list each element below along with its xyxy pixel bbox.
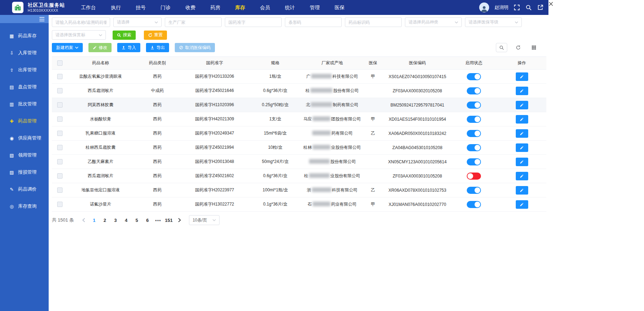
page-button-4[interactable]: 4: [121, 215, 131, 225]
edit-button[interactable]: [516, 101, 528, 109]
modify-button[interactable]: 修改: [88, 43, 112, 52]
enabled-toggle[interactable]: [467, 116, 481, 123]
page-button-1[interactable]: 1: [90, 215, 99, 225]
drug-category-select[interactable]: 请选择药品种类: [405, 17, 462, 27]
insurance-class: 乙: [362, 126, 384, 141]
edit-button[interactable]: [516, 200, 528, 209]
top-nav-item-pharmacy[interactable]: 药房: [203, 0, 228, 15]
insurance-level-select[interactable]: 请选择医保等级: [465, 17, 522, 27]
edit-button[interactable]: [516, 172, 528, 180]
top-nav-item-inventory[interactable]: 库存: [228, 0, 253, 15]
row-checkbox[interactable]: [57, 145, 63, 150]
enabled-toggle[interactable]: [467, 201, 481, 208]
row-checkbox[interactable]: [57, 159, 63, 164]
top-nav-item-member[interactable]: 会员: [253, 0, 277, 15]
row-checkbox[interactable]: [57, 173, 63, 179]
prev-page-button[interactable]: [79, 215, 88, 225]
search-button[interactable]: 搜索: [113, 31, 136, 40]
sidebar-item-drug-management[interactable]: ✚药品管理: [0, 113, 49, 130]
username[interactable]: 赵润明: [494, 4, 508, 11]
sidebar-item-outbound[interactable]: ⇧出库管理: [0, 61, 49, 78]
page-ellipsis[interactable]: •••: [153, 215, 163, 225]
reset-button-label: 重置: [154, 32, 163, 38]
sidebar-item-stock-query[interactable]: ◎库存查询: [0, 198, 49, 215]
reset-button[interactable]: 重置: [144, 31, 167, 40]
approval-number-input[interactable]: [225, 17, 282, 27]
sidebar-item-batch[interactable]: ▥批次管理: [0, 96, 49, 113]
insurance-standard-select[interactable]: 请选择医保贯标: [52, 30, 106, 40]
page-button-2[interactable]: 2: [100, 215, 109, 225]
enabled-toggle[interactable]: [467, 87, 481, 94]
table-search-button[interactable]: [496, 43, 507, 52]
edit-button[interactable]: [516, 158, 528, 166]
cancel-insurance-code-button[interactable]: 取消医保编码: [175, 43, 215, 52]
sidebar-item-price-adjust[interactable]: ✎药品调价: [0, 181, 49, 198]
enabled-toggle[interactable]: [467, 144, 481, 151]
type-select[interactable]: 请选择: [113, 17, 162, 27]
edit-button[interactable]: [516, 115, 528, 124]
enabled-toggle[interactable]: [467, 173, 481, 180]
sidebar-item-inbound[interactable]: ⇩入库管理: [0, 44, 49, 61]
select-all-checkbox[interactable]: [57, 60, 63, 66]
sidebar-item-damage-report[interactable]: ▨报损管理: [0, 164, 49, 181]
manufacturer-blur: [313, 116, 330, 121]
sidebar-collapse-button[interactable]: [0, 15, 49, 23]
row-checkbox[interactable]: [57, 116, 63, 122]
search-icon[interactable]: [525, 4, 532, 11]
enabled-toggle[interactable]: [467, 130, 481, 137]
top-nav-item-management[interactable]: 管理: [302, 0, 327, 15]
drug-name-input[interactable]: [52, 17, 110, 27]
row-checkbox[interactable]: [57, 74, 63, 79]
table-columns-button[interactable]: [529, 43, 539, 52]
sidebar-item-drug-inventory[interactable]: ▦药品库存: [0, 27, 49, 44]
insurance-code: BM25092417295797817041: [384, 98, 450, 112]
top-nav-item-execute[interactable]: 执行: [103, 0, 128, 15]
page-button-6[interactable]: 6: [143, 215, 152, 225]
app-logo[interactable]: [12, 2, 23, 13]
new-archive-button[interactable]: 新建档案: [52, 43, 83, 52]
column-header: 启用状态: [450, 57, 497, 70]
top-nav-item-outpatient[interactable]: 门诊: [153, 0, 178, 15]
insurance-class: [362, 155, 384, 169]
next-page-button[interactable]: [175, 215, 184, 225]
manufacturer-input[interactable]: [165, 17, 222, 27]
edit-button[interactable]: [516, 72, 528, 81]
row-checkbox[interactable]: [57, 102, 63, 108]
top-nav-item-charging[interactable]: 收费: [178, 0, 203, 15]
edit-button[interactable]: [516, 87, 528, 95]
page-size-select[interactable]: 10条/页: [189, 215, 220, 225]
enabled-toggle[interactable]: [467, 102, 481, 109]
row-checkbox[interactable]: [57, 202, 63, 207]
sidebar-item-requisition[interactable]: ▧领用管理: [0, 147, 49, 164]
page-button-151[interactable]: 151: [164, 215, 173, 225]
page-button-5[interactable]: 5: [132, 215, 141, 225]
import-button[interactable]: 导入: [117, 43, 140, 52]
close-icon[interactable]: [549, 1, 554, 6]
page-button-3[interactable]: 3: [111, 215, 120, 225]
drug-code-input[interactable]: [345, 17, 402, 27]
enabled-toggle[interactable]: [467, 187, 481, 194]
enabled-toggle[interactable]: [467, 158, 481, 165]
top-nav-item-registration[interactable]: 挂号: [128, 0, 153, 15]
external-link-icon[interactable]: [537, 4, 543, 11]
avatar[interactable]: [479, 2, 489, 12]
enabled-toggle[interactable]: [467, 73, 481, 80]
row-checkbox[interactable]: [57, 131, 63, 136]
row-checkbox[interactable]: [57, 88, 63, 93]
sidebar-item-stocktaking[interactable]: ▤盘点管理: [0, 78, 49, 96]
type-select-value: 请选择: [117, 19, 130, 25]
edit-button[interactable]: [516, 143, 528, 152]
top-nav-item-workbench[interactable]: 工作台: [74, 0, 103, 15]
table-refresh-button[interactable]: [514, 43, 523, 52]
row-checkbox[interactable]: [57, 187, 63, 193]
edit-button[interactable]: [516, 186, 528, 195]
top-nav-item-insurance[interactable]: 医保: [327, 0, 352, 15]
edit-button[interactable]: [516, 129, 528, 138]
top-nav-item-statistics[interactable]: 统计: [277, 0, 302, 15]
export-button[interactable]: 导出: [146, 43, 169, 52]
approval-number: 国药准字Z45021602: [181, 169, 248, 183]
sidebar-item-supplier[interactable]: ◉供应商管理: [0, 130, 49, 147]
fullscreen-icon[interactable]: [514, 4, 520, 11]
menu-fold-icon: [39, 17, 44, 21]
barcode-input[interactable]: [285, 17, 342, 27]
